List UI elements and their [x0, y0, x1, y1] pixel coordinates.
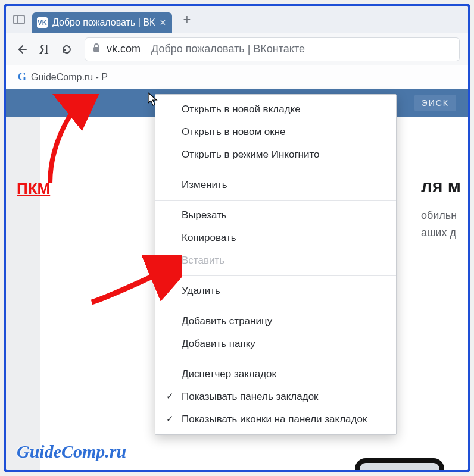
new-tab-button[interactable]: + — [178, 11, 196, 29]
cursor-icon — [148, 92, 158, 109]
context-menu: Открыть в новой вкладке Открыть в новом … — [155, 94, 397, 435]
browser-window: VK Добро пожаловать | ВК × + Я — [4, 4, 470, 472]
toolbar: Я vk.com Добро пожаловать | ВКонтакте — [6, 33, 468, 65]
vk-heading-text: ля м — [421, 176, 461, 196]
tab-title: Добро пожаловать | ВК — [52, 17, 155, 28]
ctx-delete[interactable]: Удалить — [155, 280, 396, 302]
ctx-separator — [155, 306, 396, 306]
ctx-paste: Вставить — [155, 249, 396, 272]
tab-active[interactable]: VK Добро пожаловать | ВК × — [32, 12, 172, 33]
ctx-add-folder[interactable]: Добавить папку — [155, 333, 396, 355]
ctx-cut[interactable]: Вырезать — [155, 204, 396, 227]
tab-strip: VK Добро пожаловать | ВК × + — [6, 6, 468, 33]
reload-button[interactable] — [60, 42, 74, 57]
ctx-edit[interactable]: Изменить — [155, 174, 396, 196]
ctx-add-page[interactable]: Добавить страницу — [155, 310, 396, 333]
annotation-arrow-to-delete — [87, 255, 182, 308]
vk-subtext-2: аших д — [421, 224, 461, 242]
annotation-arrow-to-bookmark — [38, 94, 110, 189]
ctx-open-new-tab[interactable]: Открыть в новой вкладке — [155, 98, 396, 121]
bookmark-favicon-icon: G — [18, 71, 26, 83]
lock-icon — [92, 43, 101, 55]
ctx-separator — [155, 275, 396, 276]
ctx-copy[interactable]: Копировать — [155, 227, 396, 249]
ctx-separator — [155, 170, 396, 170]
browser-home-logo[interactable]: Я — [39, 41, 49, 57]
vk-subtext-1: обильн — [421, 207, 461, 224]
address-host: vk.com — [107, 43, 141, 55]
ctx-separator — [155, 359, 396, 359]
vk-search-fragment[interactable]: ЭИСК — [414, 95, 456, 111]
ctx-separator — [155, 200, 396, 201]
ctx-show-icons-on-bar[interactable]: Показывать иконки на панели закладок — [155, 408, 396, 431]
bookmark-item-guidecomp[interactable]: G GuideComp.ru - Р — [14, 68, 111, 86]
bookmark-label: GuideComp.ru - Р — [31, 72, 108, 83]
address-bar[interactable]: vk.com Добро пожаловать | ВКонтакте — [85, 37, 460, 61]
vk-heading-fragment: ля м обильн аших д — [421, 176, 461, 242]
svg-rect-0 — [14, 15, 24, 24]
annotation-pkm-label: ПКМ — [17, 180, 50, 198]
vk-favicon-icon: VK — [37, 17, 48, 28]
bookmarks-bar: G GuideComp.ru - Р — [6, 65, 468, 89]
close-tab-icon[interactable]: × — [160, 17, 166, 28]
svg-rect-3 — [93, 47, 99, 52]
watermark: GuideComp.ru — [17, 441, 126, 462]
phone-mockup-fragment — [355, 458, 444, 470]
ctx-bookmark-manager[interactable]: Диспетчер закладок — [155, 363, 396, 386]
back-button[interactable] — [14, 42, 29, 57]
side-panel-toggle[interactable] — [10, 11, 29, 28]
ctx-show-bookmarks-bar[interactable]: Показывать панель закладок — [155, 386, 396, 408]
ctx-open-new-window[interactable]: Открыть в новом окне — [155, 121, 396, 143]
address-page-title: Добро пожаловать | ВКонтакте — [151, 43, 305, 55]
phone-screen — [360, 463, 439, 470]
ctx-open-incognito[interactable]: Открыть в режиме Инкогнито — [155, 143, 396, 166]
